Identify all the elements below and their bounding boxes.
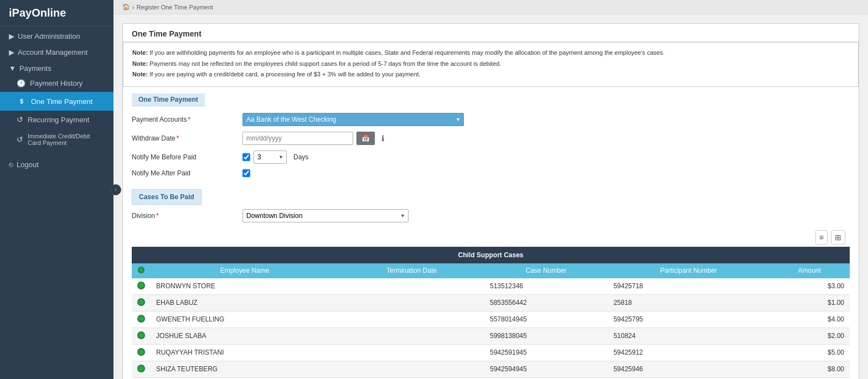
notify-before-row: Notify Me Before Paid 12345710 Days (132, 150, 850, 164)
sidebar-item-payment-history[interactable]: 🕐 Payment History (0, 75, 113, 92)
notify-before-checkbox[interactable] (242, 153, 250, 161)
case-number-cell: 5942594945 (484, 361, 608, 377)
main-content: 🏠 › Register One Time Payment One Time P… (113, 0, 868, 379)
col-add (132, 263, 151, 278)
add-row-cell[interactable] (132, 278, 151, 295)
employee-name-cell: BRONWYN STORE (151, 278, 339, 295)
table-row: RUQAYYAH TRISTANI 5942591945 59425912 $5… (132, 344, 850, 361)
employee-name-cell: EHAB LABUZ (151, 294, 339, 311)
sidebar-collapse-button[interactable]: ‹ (110, 184, 121, 195)
note-2: Note: Payments may not be reflected on t… (132, 59, 849, 69)
app-logo: iPayOnline (0, 0, 113, 27)
sidebar-item-immediate-credit[interactable]: ↺ Immediate Credit/Debit Card Payment (0, 128, 113, 150)
notify-days-select-wrap: 12345710 (254, 150, 287, 164)
participant-number-cell: 25818 (608, 294, 769, 311)
add-row-cell[interactable] (132, 311, 151, 328)
table-row: BRONWYN STORE 513512346 59425718 $3.00 (132, 278, 850, 295)
card-icon: ↺ (17, 135, 23, 144)
col-amount: Amount (769, 263, 850, 278)
sidebar-label-payments: Payments (19, 64, 51, 72)
payment-accounts-row: Payment Accounts* Aa Bank of the West Ch… (132, 113, 850, 126)
add-row-cell[interactable] (132, 361, 151, 377)
notify-after-control (242, 169, 250, 177)
table-view-icons: ≡ ⊞ (132, 228, 850, 247)
notify-after-row: Notify Me After Paid (132, 169, 850, 177)
sidebar-label-user-admin: User Administration (18, 32, 80, 40)
page-title: One Time Payment (123, 24, 859, 42)
add-all-icon[interactable] (138, 267, 144, 273)
child-support-cases-table: Child Support Cases Employee Name Termin… (132, 247, 850, 379)
participant-number-cell: 59425795 (608, 311, 769, 328)
termination-date-cell (339, 328, 484, 344)
add-row-cell[interactable] (132, 344, 151, 361)
note-1-text: If you are withholding payments for an e… (149, 49, 664, 56)
recurring-icon: ↺ (17, 115, 23, 124)
sidebar-item-account-management[interactable]: ▶ Account Management (0, 43, 113, 59)
payment-accounts-select[interactable]: Aa Bank of the West Checking (242, 113, 464, 126)
cases-section-header: Cases To Be Paid (132, 189, 202, 205)
grid-view-button[interactable]: ⊞ (831, 230, 845, 245)
sidebar: iPayOnline ▶ User Administration ▶ Accou… (0, 0, 113, 379)
content-area: One Time Payment Note: If you are withho… (113, 14, 868, 379)
dollar-icon: $ (17, 96, 27, 106)
add-row-icon[interactable] (137, 315, 145, 323)
sidebar-item-user-admin[interactable]: ▶ User Administration (0, 27, 113, 43)
note-1: Note: If you are withholding payments fo… (132, 48, 849, 58)
days-label: Days (293, 153, 308, 161)
sidebar-label-account-management: Account Management (18, 48, 87, 56)
amount-cell: $1.00 (769, 294, 850, 311)
division-label: Division* (132, 212, 242, 220)
payment-form-area: One Time Payment Payment Accounts* Aa Ba… (123, 87, 859, 189)
division-row: Division* Downtown Division (132, 209, 850, 222)
withdraw-date-input[interactable] (242, 132, 353, 145)
employee-name-cell: GWENETH FUELLING (151, 311, 339, 328)
notify-before-control: 12345710 Days (242, 150, 308, 164)
home-icon[interactable]: 🏠 (122, 3, 130, 11)
payment-accounts-control: Aa Bank of the West Checking (242, 113, 464, 126)
sidebar-label-immediate-credit: Immediate Credit/Debit Card Payment (28, 133, 105, 146)
sidebar-item-one-time-payment[interactable]: $ One Time Payment (0, 92, 113, 111)
table-row: SHIZA TEUTEBERG 5942594945 59425946 $8.0… (132, 361, 850, 377)
note-3: Note: If you are paying with a credit/de… (132, 70, 849, 80)
breadcrumb: 🏠 › Register One Time Payment (113, 0, 868, 14)
add-row-icon[interactable] (137, 348, 145, 356)
sidebar-item-payments[interactable]: ▼ Payments (0, 59, 113, 75)
add-row-cell[interactable] (132, 328, 151, 344)
table1-title: Child Support Cases (132, 247, 850, 263)
termination-date-cell (339, 311, 484, 328)
termination-date-cell (339, 344, 484, 361)
info-icon[interactable]: ℹ (381, 134, 384, 143)
case-number-cell: 5853556442 (484, 294, 608, 311)
participant-number-cell: 59425946 (608, 361, 769, 377)
add-row-cell[interactable] (132, 294, 151, 311)
withdraw-date-row: Withdraw Date* 📅 ℹ (132, 132, 850, 145)
breadcrumb-current: Register One Time Payment (137, 4, 213, 11)
list-view-button[interactable]: ≡ (815, 230, 828, 245)
sidebar-label-recurring-payment: Recurring Payment (28, 116, 89, 124)
table1-body: BRONWYN STORE 513512346 59425718 $3.00 E… (132, 278, 850, 379)
sidebar-item-recurring-payment[interactable]: ↺ Recurring Payment (0, 111, 113, 128)
division-select-wrap: Downtown Division (242, 209, 409, 222)
calendar-button[interactable]: 📅 (356, 132, 375, 145)
payment-accounts-label: Payment Accounts* (132, 116, 242, 123)
add-row-icon[interactable] (137, 365, 145, 372)
notify-after-checkbox[interactable] (242, 169, 250, 177)
division-select[interactable]: Downtown Division (242, 209, 409, 222)
add-row-icon[interactable] (137, 331, 145, 339)
table-row: GWENETH FUELLING 5578014945 59425795 $4.… (132, 311, 850, 328)
sidebar-label-payment-history: Payment History (30, 79, 82, 87)
amount-cell: $3.00 (769, 278, 850, 295)
note-3-text: If you are paying with a credit/debit ca… (149, 71, 420, 77)
arrow-icon: ▶ (9, 32, 14, 40)
participant-number-cell: 59425912 (608, 344, 769, 361)
required-star-2: * (177, 134, 179, 142)
add-row-icon[interactable] (137, 282, 145, 289)
sidebar-item-logout[interactable]: ⎋ Logout (0, 155, 113, 171)
add-row-icon[interactable] (137, 298, 145, 306)
arrow-icon-payments: ▼ (9, 64, 16, 72)
table-row: EHAB LABUZ 5853556442 25818 $1.00 (132, 294, 850, 311)
notify-days-select[interactable]: 12345710 (254, 150, 287, 164)
case-number-cell: 5998138045 (484, 328, 608, 344)
notes-area: Note: If you are withholding payments fo… (123, 42, 859, 87)
participant-number-cell: 59425718 (608, 278, 769, 295)
